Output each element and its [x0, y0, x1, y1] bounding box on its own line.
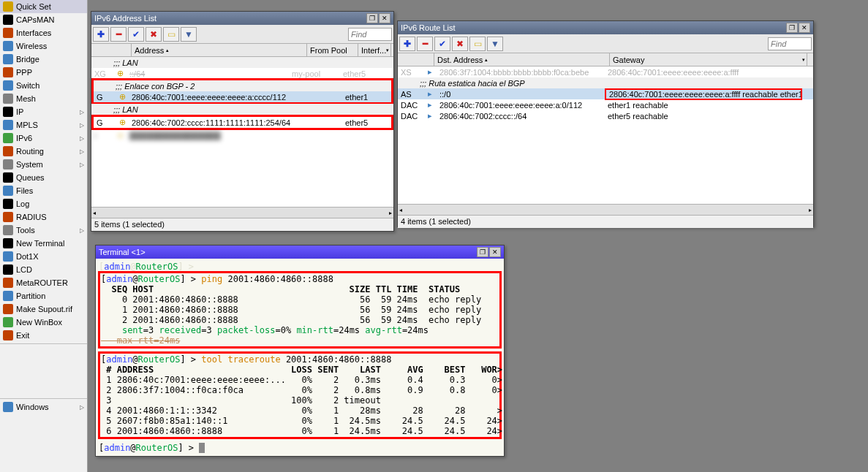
window-restore-button[interactable]: ❐ [477, 247, 488, 257]
sidebar-item-capsman[interactable]: CAPsMAN [0, 13, 87, 26]
table-row[interactable]: DAC▸2806:40c:7001:eeee:eeee:eeee:a:0/112… [398, 99, 813, 110]
disable-button[interactable]: ✖ [146, 27, 162, 42]
sidebar-item-mesh[interactable]: Mesh [0, 92, 87, 105]
sidebar-item-metarouter[interactable]: MetaROUTER [0, 276, 87, 289]
terminal-titlebar[interactable]: Terminal <1> ❐ ✕ [96, 245, 504, 259]
comment-row[interactable]: ;;; Enlace con BGP - 2 [94, 80, 391, 91]
sidebar-item-radius[interactable]: RADIUS [0, 210, 87, 224]
bridge-icon [3, 54, 13, 64]
wand-icon [3, 1, 13, 12]
sidebar-item-quick-set[interactable]: Quick Set [0, 0, 87, 13]
sidebar-item-label: Wireless [16, 42, 47, 50]
comment-row[interactable]: ;;; Ruta estatica hacia el BGP [398, 77, 813, 88]
sidebar-item-partition[interactable]: Partition [0, 289, 87, 302]
sidebar-item-label: Make Supout.rif [16, 305, 72, 313]
table-row-blurred: I⊕████████████████ [91, 130, 393, 141]
sidebar-item-label: Interfaces [16, 28, 51, 37]
sidebar-item-switch[interactable]: Switch [0, 79, 87, 92]
window-restore-button[interactable]: ❐ [786, 23, 798, 33]
terminal-output[interactable]: [admin@RouterOS] > [admin@RouterOS] > pi… [96, 259, 504, 456]
lcd-icon [3, 264, 13, 275]
sidebar-item-ipv6[interactable]: IPv6▷ [0, 132, 87, 145]
sidebar-item-system[interactable]: System▷ [0, 158, 87, 171]
submenu-arrow-icon: ▷ [80, 404, 84, 411]
sidebar-item-exit[interactable]: Exit [0, 329, 87, 342]
sidebar: Quick SetCAPsMANInterfacesWirelessBridge… [0, 0, 88, 472]
horizontal-scrollbar[interactable]: ◂▸ [398, 204, 813, 215]
terminal-icon [3, 238, 13, 248]
sidebar-item-mpls[interactable]: MPLS▷ [0, 118, 87, 132]
window-title: IPv6 Address List [94, 14, 366, 23]
switch-icon [3, 80, 13, 91]
ip-icon [3, 107, 13, 117]
sidebar-item-log[interactable]: Log [0, 197, 87, 210]
route-status: 4 items (1 selected) [398, 215, 813, 228]
sidebar-item-files[interactable]: Files [0, 184, 87, 197]
sidebar-item-dot1x[interactable]: Dot1X [0, 250, 87, 263]
sidebar-item-routing[interactable]: Routing▷ [0, 145, 87, 158]
sidebar-item-queues[interactable]: Queues [0, 171, 87, 184]
windows-icon [3, 402, 13, 412]
wifi-icon [3, 41, 13, 51]
table-row[interactable]: XG⊕::/64my-poolether5 [91, 68, 393, 79]
sidebar-item-make-supout.rif[interactable]: Make Supout.rif [0, 302, 87, 316]
address-titlebar[interactable]: IPv6 Address List ❐ ✕ [91, 12, 393, 25]
route-titlebar[interactable]: IPv6 Route List ❐ ✕ [398, 21, 813, 34]
find-input[interactable] [348, 28, 392, 41]
sidebar-item-windows[interactable]: Windows▷ [0, 400, 87, 414]
sidebar-item-bridge[interactable]: Bridge [0, 53, 87, 66]
sidebar-item-label: CAPsMAN [16, 15, 55, 24]
sidebar-item-label: Tools [16, 226, 35, 235]
address-toolbar: ✚ ━ ✔ ✖ ▭ ▼ [91, 25, 393, 44]
window-close-button[interactable]: ✕ [799, 23, 810, 33]
sidebar-item-tools[interactable]: Tools▷ [0, 224, 87, 237]
sidebar-item-new-winbox[interactable]: New WinBox [0, 316, 87, 329]
sidebar-item-label: Quick Set [16, 2, 51, 11]
add-button[interactable]: ✚ [93, 27, 109, 42]
remove-button[interactable]: ━ [417, 37, 433, 51]
find-input[interactable] [768, 37, 812, 50]
horizontal-scrollbar[interactable]: ◂▸ [91, 207, 393, 218]
col-address[interactable]: Address▴ [132, 44, 307, 56]
filter-button[interactable]: ▼ [487, 37, 503, 51]
enable-button[interactable]: ✔ [434, 37, 450, 51]
sidebar-item-interfaces[interactable]: Interfaces [0, 26, 87, 39]
table-row[interactable]: DAC▸2806:40c:7002:cccc::/64ether5 reacha… [398, 110, 813, 121]
table-row[interactable]: AS▸::/02806:40c:7001:eeee:eeee:eeee:a:ff… [398, 88, 813, 99]
window-close-button[interactable]: ✕ [489, 247, 501, 257]
sidebar-item-new-terminal[interactable]: New Terminal [0, 237, 87, 250]
window-title: Terminal <1> [99, 248, 477, 256]
col-dst-address[interactable]: Dst. Address▴ [434, 53, 610, 66]
filter-button[interactable]: ▼ [181, 27, 197, 42]
comment-button[interactable]: ▭ [469, 37, 486, 51]
remove-button[interactable]: ━ [110, 27, 127, 42]
comment-button[interactable]: ▭ [163, 27, 179, 42]
submenu-arrow-icon: ▷ [80, 122, 84, 129]
comment-row[interactable]: ;;; LAN [91, 104, 393, 115]
col-gateway[interactable]: Gateway▾ [610, 53, 807, 66]
sidebar-item-label: New Terminal [16, 239, 64, 248]
route-toolbar: ✚ ━ ✔ ✖ ▭ ▼ [398, 34, 813, 53]
window-close-button[interactable]: ✕ [379, 13, 390, 23]
sidebar-item-label: RADIUS [16, 213, 47, 221]
enable-button[interactable]: ✔ [128, 27, 144, 42]
sidebar-item-lcd[interactable]: LCD [0, 263, 87, 276]
col-interface[interactable]: Interf...▾ [358, 44, 391, 56]
sidebar-item-ppp[interactable]: PPP [0, 66, 87, 79]
table-row[interactable]: G⊕2806:40c:7001:eeee:eeee:eeee:a:cccc/11… [94, 91, 391, 102]
window-restore-button[interactable]: ❐ [366, 13, 378, 23]
sidebar-item-label: Mesh [16, 94, 36, 103]
sidebar-item-wireless[interactable]: Wireless [0, 39, 87, 53]
col-from-pool[interactable]: From Pool [307, 44, 358, 56]
add-button[interactable]: ✚ [399, 37, 415, 51]
dot1x-icon [3, 251, 13, 262]
sidebar-item-label: MPLS [16, 121, 38, 129]
table-row[interactable]: G⊕2806:40c:7002:cccc:1111:1111:1111:254/… [94, 117, 391, 128]
table-row[interactable]: XS▸2806:3f7:1004:bbbb:bbbb:bbbb:f0ca:beb… [398, 66, 813, 77]
comment-row[interactable]: ;;; LAN [91, 57, 393, 68]
ipv6-icon [3, 133, 13, 143]
sidebar-item-ip[interactable]: IP▷ [0, 105, 87, 118]
mesh-icon [3, 94, 13, 104]
disable-button[interactable]: ✖ [452, 37, 468, 51]
cap-icon [3, 15, 13, 25]
